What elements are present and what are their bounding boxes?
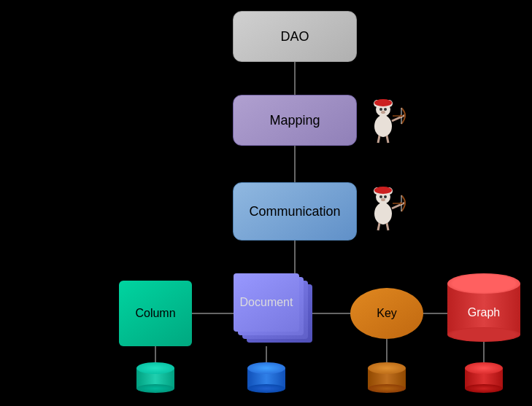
small-cyl-teal	[136, 362, 174, 393]
column-shape: Column	[119, 281, 192, 346]
small-cyl-red	[465, 362, 503, 393]
svg-line-39	[387, 223, 388, 230]
svg-point-33	[381, 198, 385, 201]
document-label: Document	[240, 296, 293, 309]
communication-archer	[365, 181, 409, 232]
svg-line-24	[378, 136, 379, 143]
svg-line-25	[387, 136, 388, 143]
svg-point-26	[374, 99, 392, 106]
small-cyl-orange	[368, 362, 406, 393]
key-shape: Key	[350, 288, 423, 339]
small-cyl-blue	[247, 362, 285, 393]
column-label: Column	[135, 307, 175, 320]
mapping-archer	[365, 93, 409, 144]
svg-point-32	[384, 195, 387, 198]
svg-point-31	[379, 195, 382, 198]
svg-point-17	[379, 108, 382, 111]
graph-cyl-bottom	[447, 327, 520, 342]
graph-cyl-top	[447, 273, 520, 294]
dao-box: DAO	[233, 11, 357, 62]
mapping-box: Mapping	[233, 95, 357, 146]
svg-point-19	[381, 111, 385, 114]
doc-page-front: Document	[234, 273, 299, 332]
communication-label: Communication	[249, 204, 340, 219]
svg-point-13	[374, 115, 392, 137]
diagram-container: DAO Mapping	[0, 0, 532, 406]
svg-point-27	[374, 203, 392, 225]
communication-box: Communication	[233, 182, 357, 241]
document-shape: Document	[234, 273, 314, 346]
dao-label: DAO	[280, 29, 309, 44]
graph-cylinder: Graph	[447, 273, 520, 342]
mapping-label: Mapping	[269, 113, 320, 128]
svg-line-38	[378, 223, 379, 230]
key-label: Key	[377, 307, 397, 320]
graph-label: Graph	[468, 306, 500, 319]
svg-point-18	[384, 108, 387, 111]
svg-point-40	[374, 187, 392, 194]
